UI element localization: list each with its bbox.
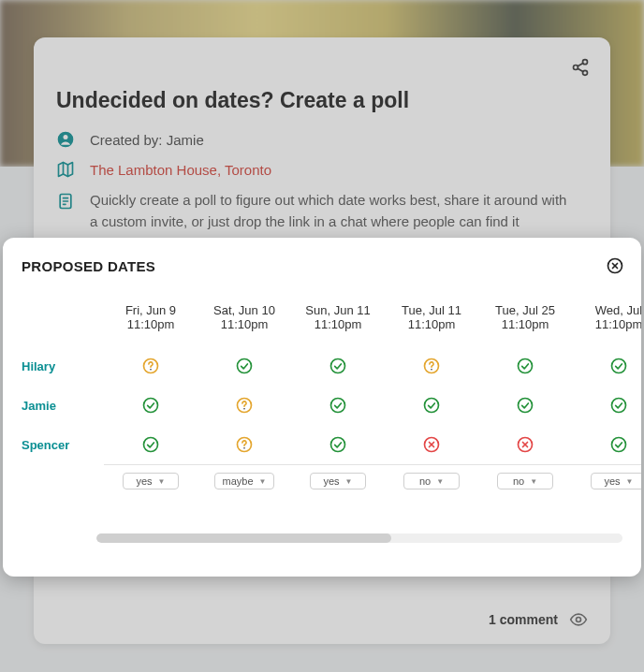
column-header: Fri, Jun 911:10pm (104, 285, 198, 346)
vote-cell (572, 346, 641, 386)
vote-select[interactable]: maybe▼ (214, 473, 275, 489)
close-button[interactable] (606, 256, 624, 275)
vote-select[interactable]: no▼ (497, 473, 553, 489)
description-row: Quickly create a poll to figure out whic… (56, 190, 588, 232)
column-header: Tue, Jul 2511:10pm (478, 285, 572, 346)
your-vote-cell: yes▼ (291, 465, 385, 508)
your-vote-cell: yes▼ (104, 465, 198, 508)
column-date: Sun, Jun 11 (295, 303, 381, 317)
vote-cell (291, 386, 385, 425)
note-icon (56, 192, 75, 211)
maybe-icon (422, 357, 441, 375)
maybe-icon (141, 357, 160, 375)
no-icon (516, 435, 534, 454)
your-vote-cell: no▼ (478, 465, 572, 508)
your-vote-cell: maybe▼ (198, 465, 291, 508)
participant-name: Spencer (22, 425, 104, 464)
svg-line-4 (578, 63, 583, 66)
column-date: Wed, Jul (576, 303, 641, 317)
vote-select[interactable]: yes▼ (123, 473, 179, 489)
yes-icon (235, 357, 254, 375)
yes-icon (141, 396, 160, 415)
vote-cell (291, 425, 385, 464)
column-time: 11:10pm (388, 317, 475, 331)
vote-select-value: yes (323, 475, 339, 487)
vote-cell (385, 386, 478, 425)
column-date: Tue, Jul 25 (482, 303, 568, 317)
chevron-down-icon: ▼ (626, 477, 634, 486)
eye-icon (569, 610, 588, 629)
description-text: Quickly create a poll to figure out whic… (90, 190, 577, 232)
vote-cell (198, 346, 291, 386)
vote-select[interactable]: no▼ (403, 473, 460, 489)
comment-count: 1 comment (489, 612, 558, 627)
person-icon (56, 130, 75, 149)
modal-title: PROPOSED DATES (22, 258, 155, 274)
vote-cell (572, 386, 641, 425)
no-icon (422, 435, 441, 454)
column-header: Tue, Jul 1111:10pm (385, 285, 478, 346)
column-date: Sat, Jun 10 (201, 303, 287, 317)
column-time: 11:10pm (108, 317, 194, 331)
chevron-down-icon: ▼ (436, 477, 444, 486)
yes-icon (329, 357, 347, 375)
chevron-down-icon: ▼ (345, 477, 353, 486)
comments-bar[interactable]: 1 comment (489, 610, 588, 629)
created-by-label: Created by: Jamie (90, 132, 204, 148)
column-time: 11:10pm (576, 317, 641, 331)
vote-cell (104, 346, 198, 386)
location-row[interactable]: The Lambton House, Toronto (56, 160, 588, 179)
vote-cell (104, 386, 198, 425)
column-header: Wed, Jul11:10pm (572, 285, 641, 346)
column-time: 11:10pm (295, 317, 381, 331)
participant-name: Jamie (22, 386, 104, 425)
vote-select-value: yes (604, 475, 620, 487)
table-corner (22, 285, 104, 346)
vote-cell (385, 425, 478, 464)
maybe-icon (235, 435, 254, 454)
column-time: 11:10pm (201, 317, 287, 331)
horizontal-scrollbar[interactable] (96, 533, 622, 543)
column-date: Tue, Jul 11 (388, 303, 475, 317)
vote-cell (198, 386, 291, 425)
share-icon (571, 58, 590, 77)
vote-cell (291, 346, 385, 386)
vote-cell (478, 386, 572, 425)
yes-icon (329, 396, 347, 415)
yes-icon (329, 435, 347, 454)
location-link[interactable]: The Lambton House, Toronto (90, 162, 271, 178)
created-by-row: Created by: Jamie (56, 130, 588, 149)
svg-point-14 (577, 618, 581, 622)
yes-icon (516, 357, 534, 375)
column-time: 11:10pm (482, 317, 568, 331)
your-vote-cell: no▼ (385, 465, 478, 508)
share-button[interactable] (571, 58, 590, 77)
yes-icon (422, 396, 441, 415)
vote-select[interactable]: yes▼ (310, 473, 366, 489)
yes-icon (609, 396, 628, 415)
chevron-down-icon: ▼ (158, 477, 166, 486)
card-title: Undecided on dates? Create a poll (56, 88, 588, 113)
vote-select[interactable]: yes▼ (591, 473, 641, 489)
maybe-icon (235, 396, 254, 415)
close-icon (606, 256, 624, 275)
svg-point-6 (64, 135, 68, 139)
vote-select-value: maybe (223, 475, 254, 487)
vote-cell (104, 425, 198, 464)
your-vote-cell: yes▼ (572, 465, 641, 508)
vote-select-value: no (419, 475, 431, 487)
svg-line-3 (578, 68, 583, 71)
column-header: Sat, Jun 1011:10pm (198, 285, 291, 346)
vote-select-value: yes (136, 475, 152, 487)
participant-name: Hilary (22, 346, 104, 386)
vote-cell (478, 346, 572, 386)
column-date: Fri, Jun 9 (108, 303, 194, 317)
vote-cell (385, 346, 478, 386)
yes-icon (609, 435, 628, 454)
yes-icon (516, 396, 534, 415)
column-header: Sun, Jun 1111:10pm (291, 285, 385, 346)
vote-cell (198, 425, 291, 464)
vote-cell (572, 425, 641, 464)
yes-icon (609, 357, 628, 375)
chevron-down-icon: ▼ (259, 477, 267, 486)
